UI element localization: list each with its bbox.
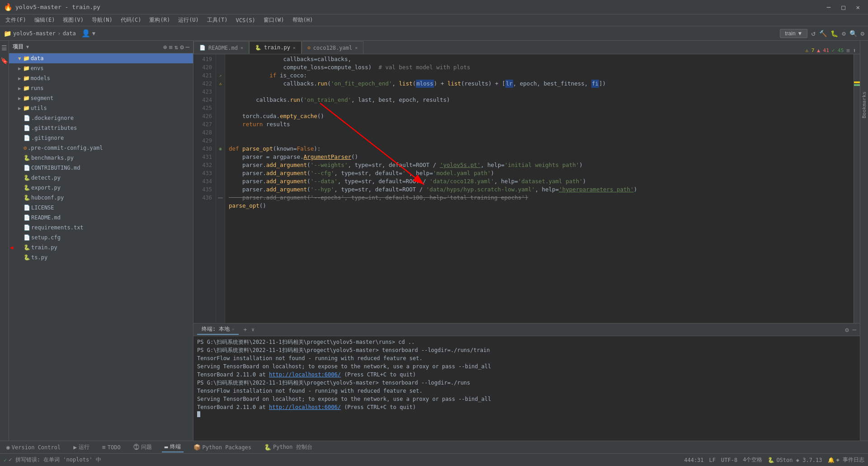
tree-item-gitattributes[interactable]: 📄 .gitattributes (9, 123, 193, 133)
menu-code[interactable]: 代码(C) (117, 15, 145, 25)
line-ending[interactable]: LF (709, 457, 716, 463)
tree-item-license[interactable]: 📄 LICENSE (9, 203, 193, 213)
collapse-icon[interactable]: ─ (186, 43, 189, 51)
folder-name: data (63, 30, 76, 37)
window-controls[interactable]: ─ □ ✕ (822, 3, 864, 12)
tree-item-utils[interactable]: ▶ 📁 utils (9, 103, 193, 113)
tab-version-control[interactable]: ◉ Version Control (4, 443, 63, 452)
tree-item-segment[interactable]: ▶ 📁 segment (9, 93, 193, 103)
tree-item-envs[interactable]: ▶ 📁 envs (9, 63, 193, 73)
tree-item-ts[interactable]: 🐍 ts.py (9, 252, 193, 262)
dropdown-icon[interactable]: ▼ (92, 30, 95, 37)
add-icon[interactable]: ⊕ (163, 43, 167, 51)
ok-tab-badge: ✓ 45 (832, 48, 844, 53)
menu-help[interactable]: 帮助(H) (289, 15, 317, 25)
code-line-429 (225, 137, 854, 145)
encoding[interactable]: UTF-8 (721, 457, 737, 463)
gear-icon[interactable]: ⚙ (861, 30, 864, 37)
tab-python-console[interactable]: 🐍 Python 控制台 (261, 442, 315, 452)
tree-item-hubconf[interactable]: 🐍 hubconf.py (9, 193, 193, 203)
indent[interactable]: 4个空格 (743, 456, 762, 464)
event-log[interactable]: 🔔 ◈ 事件日志 (828, 456, 864, 464)
sort-icon[interactable]: ⇅ (175, 43, 178, 51)
bookmarks-sidebar: Bookmarks (860, 41, 868, 441)
tree-item-models[interactable]: ▶ 📁 models (9, 73, 193, 83)
checkmark-icon: ✓ (4, 457, 7, 463)
minimize-button[interactable]: ─ (822, 3, 835, 12)
tab-terminal[interactable]: ▬ 终端 (162, 442, 184, 452)
tree-item-train[interactable]: 🐍 train.py ◀ (9, 243, 193, 252)
build-icon[interactable]: 🔨 (819, 30, 827, 37)
menu-window[interactable]: 窗口(W) (260, 15, 288, 25)
tab-menu-icon[interactable]: ≡ (846, 47, 850, 54)
tree-label-requirements: requirements.txt (31, 224, 84, 231)
tab-terminal-label: 终端 (170, 443, 181, 451)
tree-item-detect[interactable]: 🐍 detect.py (9, 173, 193, 183)
terminal-add-icon[interactable]: + (241, 326, 250, 333)
tab-todo[interactable]: ≡ TODO (99, 443, 123, 452)
sidebar-dropdown-icon[interactable]: ▼ (26, 44, 29, 49)
tensorboard-link-2[interactable]: http://localhost:6006/ (269, 404, 341, 410)
menu-navigate[interactable]: 导航(N) (88, 15, 116, 25)
sidebar: 项目 ▼ ⊕ ≡ ⇅ ⚙ ─ ▼ 📁 data ▶ 📁 (9, 41, 193, 441)
terminal-content[interactable]: PS G:\扫码系统资料\2022-11-1扫码相关\progect\yolov… (193, 336, 860, 441)
terminal-minimize-icon[interactable]: ─ (853, 326, 856, 333)
tree-item-contributing[interactable]: 📄 CONTRIBUTING.md (9, 163, 193, 173)
menu-tools[interactable]: 工具(T) (203, 15, 231, 25)
tree-label-segment: segment (31, 95, 54, 101)
terminal-tab-local[interactable]: 终端: 本地 ✕ (197, 324, 239, 335)
tab-train-close[interactable]: ✕ (293, 45, 296, 50)
tree-item-gitignore[interactable]: 📄 .gitignore (9, 133, 193, 143)
tab-run[interactable]: ▶ 运行 (71, 442, 92, 452)
tab-readme-close[interactable]: ✕ (241, 45, 243, 50)
tab-readme[interactable]: 📄 README.md ✕ (193, 41, 249, 54)
cursor-position[interactable]: 444:31 (684, 457, 703, 463)
refresh-icon[interactable]: ↺ (811, 29, 816, 38)
terminal-close-icon[interactable]: ✕ (231, 327, 234, 332)
tree-item-readme[interactable]: 📄 README.md (9, 213, 193, 223)
close-button[interactable]: ✕ (852, 3, 864, 12)
tree-item-runs[interactable]: ▶ 📁 runs (9, 83, 193, 93)
menu-run[interactable]: 运行(U) (175, 15, 203, 25)
tree-item-dockerignore[interactable]: 📄 .dockerignore (9, 113, 193, 123)
list-icon[interactable]: ≡ (169, 43, 172, 51)
python-interpreter[interactable]: 🐍 OSton ◈ 3.7.13 (768, 457, 822, 463)
tab-train[interactable]: 🐍 train.py ✕ (249, 41, 302, 54)
tree-item-benchmarks[interactable]: 🐍 benchmarks.py (9, 153, 193, 163)
menu-file[interactable]: 文件(F) (2, 15, 30, 25)
terminal-cursor-line[interactable] (197, 411, 856, 417)
terminal-dropdown-icon[interactable]: ∨ (251, 327, 255, 333)
tree-label-license: LICENSE (31, 204, 54, 211)
tab-coco128[interactable]: ⚙ coco128.yaml ✕ (302, 41, 363, 54)
menu-refactor[interactable]: 重构(R) (146, 15, 174, 25)
spell-check-status[interactable]: ✓ ✓ 拼写错误: 在单词 'noplots' 中 (4, 456, 101, 464)
menu-edit[interactable]: 编辑(E) (31, 15, 59, 25)
tab-problems[interactable]: ⓵ 问题 (131, 442, 155, 452)
bookmarks-label[interactable]: Bookmarks (860, 88, 868, 122)
python-version-text: OSton ◈ 3.7.13 (776, 457, 822, 463)
tree-item-precommit[interactable]: ⚙ .pre-commit-config.yaml (9, 143, 193, 153)
settings-sidebar-icon[interactable]: ⚙ (180, 43, 184, 51)
toolbar-left: 📁 yolov5-master › data 👤 ▼ (4, 29, 95, 38)
terminal-settings-icon[interactable]: ⚙ (845, 326, 849, 333)
tab-python-packages[interactable]: 📦 Python Packages (191, 443, 254, 452)
bookmark-icon[interactable]: 🔖 (0, 55, 9, 66)
code-content[interactable]: callbacks=callbacks, compute_loss=comput… (225, 54, 854, 323)
menu-vcs[interactable]: VCS(S) (232, 16, 259, 24)
structure-icon[interactable]: ☰ (0, 43, 8, 53)
search-icon[interactable]: 🔍 (849, 30, 857, 37)
debug-icon[interactable]: 🐛 (830, 30, 838, 37)
file-icon-gitignore: 📄 (24, 135, 30, 141)
tree-item-export[interactable]: 🐍 export.py (9, 183, 193, 193)
expand-icon[interactable]: ⬆ (853, 47, 856, 54)
code-line-432: parser.add_argument('--weights', type=st… (225, 161, 854, 169)
tree-item-setup[interactable]: 📄 setup.cfg (9, 233, 193, 243)
maximize-button[interactable]: □ (837, 3, 849, 12)
tree-item-requirements[interactable]: 📄 requirements.txt (9, 223, 193, 233)
run-button[interactable]: train ▼ (780, 29, 807, 38)
menu-view[interactable]: 视图(V) (59, 15, 87, 25)
tree-item-data[interactable]: ▼ 📁 data (9, 53, 193, 63)
tensorboard-link-1[interactable]: http://localhost:6006/ (269, 371, 341, 378)
tab-coco128-close[interactable]: ✕ (355, 45, 358, 50)
settings-icon[interactable]: ⚙ (842, 30, 845, 37)
